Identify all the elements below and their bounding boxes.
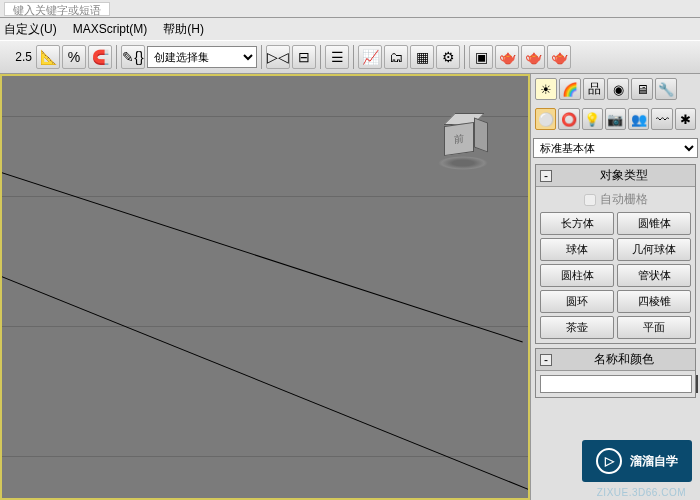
tab-create-icon[interactable]: ☀ (535, 78, 557, 100)
name-color-rollout: - 名称和颜色 (535, 348, 696, 398)
tab-display-icon[interactable]: 🖥 (631, 78, 653, 100)
watermark-logo: ▷ 溜溜自学 (582, 440, 692, 482)
grid-line (2, 196, 528, 197)
menu-help[interactable]: 帮助(H) (163, 21, 204, 38)
geometry-icon[interactable]: ⚪ (535, 108, 556, 130)
render-iterative-icon[interactable]: 🫖 (521, 45, 545, 69)
teapot-button[interactable]: 茶壶 (540, 316, 614, 339)
play-icon: ▷ (596, 448, 622, 474)
render-production-icon[interactable]: 🫖 (495, 45, 519, 69)
color-swatch[interactable] (696, 375, 698, 393)
helpers-icon[interactable]: 👥 (628, 108, 649, 130)
title-bar: 键入关键字或短语 (0, 0, 700, 18)
sphere-button[interactable]: 球体 (540, 238, 614, 261)
create-category-row: ⚪ ⭕ 💡 📷 👥 〰 ✱ (533, 106, 698, 132)
layers-icon[interactable]: ☰ (325, 45, 349, 69)
viewcube-front-face[interactable]: 前 (444, 122, 474, 156)
main-toolbar: 2.5 📐 % 🧲 ✎{} 创建选择集 ▷◁ ⊟ ☰ 📈 🗂 ▦ ⚙ ▣ 🫖 🫖… (0, 40, 700, 74)
command-panel: ☀ 🌈 品 ◉ 🖥 🔧 ⚪ ⭕ 💡 📷 👥 〰 ✱ 标准基本体 - 对象类型 自… (530, 74, 700, 500)
spinner-value[interactable]: 2.5 (4, 50, 34, 64)
object-type-header[interactable]: - 对象类型 (536, 165, 695, 187)
cameras-icon[interactable]: 📷 (605, 108, 626, 130)
plane-button[interactable]: 平面 (617, 316, 691, 339)
material-editor-icon[interactable]: ▦ (410, 45, 434, 69)
tube-button[interactable]: 管状体 (617, 264, 691, 287)
grid-horizon (0, 156, 523, 342)
viewcube[interactable]: 前 (428, 106, 498, 176)
torus-button[interactable]: 圆环 (540, 290, 614, 313)
named-selection-dropdown[interactable]: 创建选择集 (147, 46, 257, 68)
collapse-icon[interactable]: - (540, 354, 552, 366)
percent-snap-icon[interactable]: % (62, 45, 86, 69)
search-hint: 键入关键字或短语 (4, 2, 110, 16)
spinner-snap-icon[interactable]: 🧲 (88, 45, 112, 69)
watermark-url: ZIXUE.3D66.COM (597, 487, 686, 498)
render-frame-icon[interactable]: ▣ (469, 45, 493, 69)
edit-named-sets-icon[interactable]: ✎{} (121, 45, 145, 69)
viewport[interactable]: 前 (0, 74, 530, 500)
render-setup-icon[interactable]: ⚙ (436, 45, 460, 69)
autogrid-checkbox (584, 194, 596, 206)
pyramid-button[interactable]: 四棱锥 (617, 290, 691, 313)
primitive-category-dropdown[interactable]: 标准基本体 (533, 138, 698, 158)
cylinder-button[interactable]: 圆柱体 (540, 264, 614, 287)
box-button[interactable]: 长方体 (540, 212, 614, 235)
object-type-rollout: - 对象类型 自动栅格 长方体 圆锥体 球体 几何球体 圆柱体 管状体 圆环 四… (535, 164, 696, 344)
menu-maxscript[interactable]: MAXScript(M) (73, 22, 148, 36)
name-color-header[interactable]: - 名称和颜色 (536, 349, 695, 371)
mirror-icon[interactable]: ▷◁ (266, 45, 290, 69)
grid-line (2, 326, 528, 327)
object-name-input[interactable] (540, 375, 692, 393)
menu-custom[interactable]: 自定义(U) (4, 21, 57, 38)
tab-motion-icon[interactable]: ◉ (607, 78, 629, 100)
tab-hierarchy-icon[interactable]: 品 (583, 78, 605, 100)
render-last-icon[interactable]: 🫖 (547, 45, 571, 69)
collapse-icon[interactable]: - (540, 170, 552, 182)
viewcube-right-face[interactable] (474, 117, 488, 152)
command-panel-tabs: ☀ 🌈 品 ◉ 🖥 🔧 (533, 76, 698, 102)
autogrid-label: 自动栅格 (600, 191, 648, 208)
autogrid-row: 自动栅格 (540, 191, 691, 208)
tab-utilities-icon[interactable]: 🔧 (655, 78, 677, 100)
menu-bar: 自定义(U) MAXScript(M) 帮助(H) (0, 18, 700, 40)
angle-snap-icon[interactable]: 📐 (36, 45, 60, 69)
curve-editor-icon[interactable]: 📈 (358, 45, 382, 69)
grid-line (0, 256, 530, 500)
watermark-brand: 溜溜自学 (630, 453, 678, 470)
geosphere-button[interactable]: 几何球体 (617, 238, 691, 261)
spacewarp-icon[interactable]: 〰 (651, 108, 672, 130)
shapes-icon[interactable]: ⭕ (558, 108, 579, 130)
viewcube-compass[interactable] (438, 156, 488, 170)
cone-button[interactable]: 圆锥体 (617, 212, 691, 235)
grid-line (2, 456, 528, 457)
lights-icon[interactable]: 💡 (582, 108, 603, 130)
tab-modify-icon[interactable]: 🌈 (559, 78, 581, 100)
schematic-view-icon[interactable]: 🗂 (384, 45, 408, 69)
primitive-buttons-grid: 长方体 圆锥体 球体 几何球体 圆柱体 管状体 圆环 四棱锥 茶壶 平面 (540, 212, 691, 339)
align-icon[interactable]: ⊟ (292, 45, 316, 69)
systems-icon[interactable]: ✱ (675, 108, 696, 130)
